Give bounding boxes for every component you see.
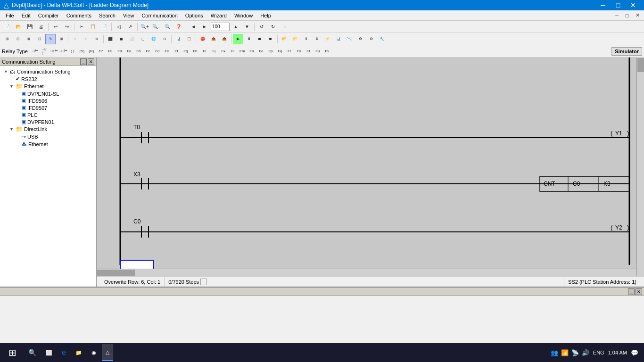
inner-minimize[interactable]: ─: [612, 11, 621, 20]
toolbar-dec[interactable]: ▼: [242, 22, 252, 32]
toolbar-prev[interactable]: ◄: [188, 22, 198, 32]
toolbar-forward-arrow[interactable]: ↗: [125, 22, 135, 32]
tb2-26[interactable]: 📁: [290, 34, 300, 44]
tree-ifd9506[interactable]: ▣ IFD9506: [0, 97, 96, 104]
toolbar-back[interactable]: ◁: [114, 22, 124, 32]
scroll-thumb[interactable]: [637, 58, 644, 72]
tb2-17[interactable]: 📋: [184, 34, 194, 44]
relay-btn-fh[interactable]: Fh: [191, 46, 199, 57]
menu-comments[interactable]: Comments: [63, 10, 95, 20]
menu-file[interactable]: File: [2, 10, 18, 20]
relay-btn-f8[interactable]: F8: [106, 46, 115, 57]
menu-wizard[interactable]: Wizard: [207, 10, 231, 20]
relay-btn-fb[interactable]: Fb: [134, 46, 143, 57]
menu-communication[interactable]: Communication: [138, 10, 181, 20]
taskbar-search[interactable]: 🔍: [25, 344, 40, 361]
relay-btn-fm[interactable]: Fm: [238, 46, 247, 57]
relay-btn-f9[interactable]: F9: [116, 46, 124, 57]
menu-search[interactable]: Search: [95, 10, 119, 20]
toolbar-zoom-fit[interactable]: 🔍: [162, 22, 173, 32]
tb2-22[interactable]: ⏸: [244, 34, 254, 44]
toolbar-refresh[interactable]: ↺: [256, 22, 267, 32]
inner-maximize[interactable]: □: [622, 11, 632, 20]
simulator-button[interactable]: Simulator: [611, 47, 642, 56]
relay-btn-fo[interactable]: Fo: [257, 46, 265, 57]
tb2-19[interactable]: 📤: [208, 34, 219, 44]
relay-btn-fn[interactable]: Fn: [248, 46, 256, 57]
tree-comm-setting[interactable]: ▼ 🗂 Communication Setting: [0, 68, 96, 75]
taskbar-chrome[interactable]: ◉: [88, 344, 100, 361]
toolbar-sync[interactable]: ↻: [268, 22, 278, 32]
panel-close-x[interactable]: ✕: [88, 58, 94, 65]
relay-btn-fa[interactable]: Fa: [125, 46, 133, 57]
taskbar-notification[interactable]: 💬: [631, 349, 638, 356]
toolbar-help[interactable]: ❓: [173, 22, 184, 32]
menu-help[interactable]: Help: [256, 10, 275, 20]
tb2-12[interactable]: ⬜: [127, 34, 137, 44]
relay-btn-f5[interactable]: (S): [78, 46, 86, 57]
tree-plc[interactable]: ▣ PLC: [0, 111, 96, 118]
tb2-28[interactable]: ⬇: [312, 34, 322, 44]
toolbar-zoom-out[interactable]: 🔍-: [151, 22, 161, 32]
toolbar-new[interactable]: 📄: [2, 22, 12, 32]
relay-btn-f3[interactable]: ⊣↓⊢: [59, 46, 67, 57]
tb2-4[interactable]: ⊡: [34, 34, 45, 44]
tree-ifd9507[interactable]: ▣ IFD9507: [0, 104, 96, 111]
taskbar-delta[interactable]: △: [102, 344, 113, 361]
horizontal-scrollbar[interactable]: [97, 269, 636, 276]
toolbar-redo[interactable]: ↪: [62, 22, 72, 32]
taskbar-taskview[interactable]: ⬜: [42, 344, 56, 361]
relay-btn-f6[interactable]: (R): [87, 46, 96, 57]
menu-window[interactable]: Window: [231, 10, 256, 20]
tb2-16[interactable]: 📊: [173, 34, 183, 44]
relay-btn-fd[interactable]: Fd: [153, 46, 162, 57]
relay-btn-fk[interactable]: Fk: [219, 46, 228, 57]
relay-btn-fp[interactable]: Fp: [266, 46, 275, 57]
bottom-close-x[interactable]: ✕: [636, 288, 642, 295]
tb2-32[interactable]: ⚙: [355, 34, 365, 44]
relay-btn-f4[interactable]: ( ): [68, 46, 77, 57]
relay-btn-fj[interactable]: Fj: [210, 46, 218, 57]
relay-btn-fs[interactable]: Fs: [295, 46, 303, 57]
tree-ethernet-folder[interactable]: ▼ 📁 Ethernet: [0, 82, 96, 90]
tb2-18[interactable]: ⛔: [198, 34, 208, 44]
relay-btn-fr[interactable]: Fr: [285, 46, 294, 57]
tree-ethernet2[interactable]: 🖧 Ethernet: [0, 140, 96, 148]
diagram-area[interactable]: T0 ( Y1 ) X3: [97, 58, 644, 276]
relay-btn-fq[interactable]: Fq: [276, 46, 284, 57]
tb2-5[interactable]: ✎: [45, 34, 56, 44]
relay-btn-fv[interactable]: Fv: [323, 46, 331, 57]
close-button[interactable]: ✕: [626, 0, 640, 10]
toolbar-undo[interactable]: ↩: [50, 22, 61, 32]
relay-btn-fg[interactable]: Fg: [182, 46, 190, 57]
toolbar-zoom-in[interactable]: 🔍+: [140, 22, 150, 32]
taskbar-edge[interactable]: e: [58, 344, 70, 361]
toolbar-copy[interactable]: 📋: [88, 22, 98, 32]
tb2-7[interactable]: ↔: [70, 34, 80, 44]
menu-view[interactable]: View: [119, 10, 138, 20]
tb2-25[interactable]: 📂: [279, 34, 289, 44]
tree-directlink[interactable]: ▼ 📁 DirectLink: [0, 125, 96, 133]
relay-btn-ff[interactable]: Ff: [172, 46, 181, 57]
inner-close[interactable]: ✕: [633, 11, 642, 20]
toolbar-open[interactable]: 📂: [13, 22, 24, 32]
relay-btn-fi[interactable]: Fi: [200, 46, 209, 57]
tree-dvpfen01[interactable]: ▣ DVPFEN01: [0, 118, 96, 125]
tb2-9[interactable]: ⊛: [91, 34, 102, 44]
maximize-button[interactable]: □: [611, 0, 625, 10]
tb2-3[interactable]: ⊠: [24, 34, 34, 44]
relay-btn-f7[interactable]: F7: [97, 46, 105, 57]
vertical-scrollbar[interactable]: [636, 58, 644, 276]
tb2-31[interactable]: 📉: [344, 34, 355, 44]
tb2-29[interactable]: ⚡: [322, 34, 333, 44]
toolbar-print[interactable]: 🖨: [36, 22, 46, 32]
minimize-button[interactable]: ─: [596, 0, 610, 10]
panel-minimize[interactable]: _: [80, 58, 87, 65]
hscroll-thumb[interactable]: [97, 270, 135, 276]
tb2-34[interactable]: 🔧: [377, 34, 387, 44]
tb2-1[interactable]: ⊞: [2, 34, 12, 44]
tree-dvpen01[interactable]: ▣ DVPEN01-SL: [0, 90, 96, 97]
toolbar-inc[interactable]: ▲: [231, 22, 241, 32]
relay-btn-fu[interactable]: Fu: [314, 46, 322, 57]
start-button[interactable]: ⊞: [2, 344, 23, 361]
